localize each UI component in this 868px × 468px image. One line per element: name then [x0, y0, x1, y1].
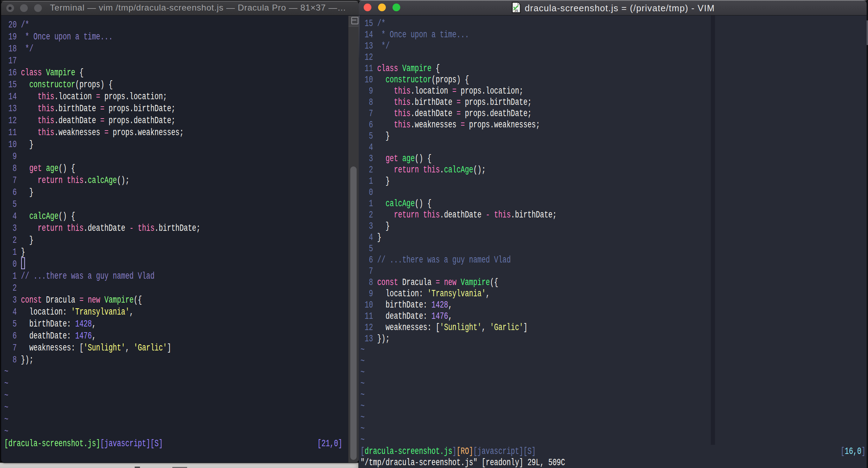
svg-text:JS: JS: [514, 9, 518, 13]
